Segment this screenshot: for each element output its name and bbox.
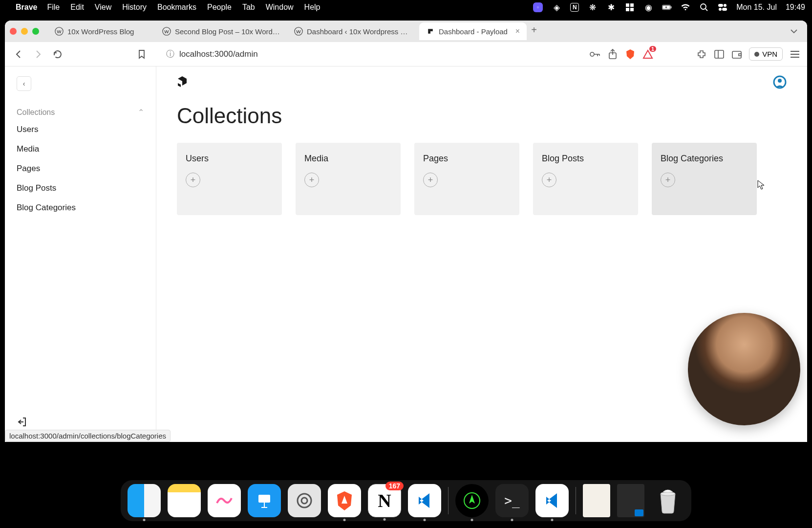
main-header — [177, 75, 787, 89]
dock-notion[interactable]: N167 — [368, 484, 401, 517]
dock-notes[interactable] — [168, 484, 201, 517]
site-info-icon[interactable]: ⓘ — [166, 48, 174, 60]
menu-view[interactable]: View — [95, 3, 111, 12]
card-add-button[interactable]: + — [661, 173, 675, 187]
dock-finder[interactable] — [128, 484, 161, 517]
brave-shield-icon[interactable] — [625, 49, 636, 60]
tab-strip: W 10x WordPress Blog W Second Blog Post … — [5, 21, 807, 42]
card-pages[interactable]: Pages + — [414, 143, 519, 215]
sidebar-item-media[interactable]: Media — [5, 139, 156, 159]
logout-icon[interactable] — [17, 417, 144, 427]
window-minimize-button[interactable] — [21, 28, 28, 35]
menubar-date[interactable]: Mon 15. Jul — [736, 3, 777, 12]
forward-button[interactable] — [31, 47, 45, 61]
menu-edit[interactable]: Edit — [70, 3, 84, 12]
card-add-button[interactable]: + — [186, 173, 200, 187]
card-users[interactable]: Users + — [177, 143, 282, 215]
dock-vscode-1[interactable] — [408, 484, 441, 517]
svg-text:W: W — [57, 29, 62, 34]
dock-separator — [576, 487, 576, 514]
tab-close-icon[interactable]: × — [515, 27, 520, 36]
sidebar-item-users[interactable]: Users — [5, 120, 156, 139]
dock-compass[interactable] — [455, 484, 489, 517]
menu-file[interactable]: File — [47, 3, 60, 12]
reload-button[interactable] — [51, 47, 64, 61]
dock-trash[interactable] — [651, 484, 684, 517]
svg-rect-3 — [630, 3, 634, 7]
battery-icon[interactable] — [662, 2, 672, 12]
payload-favicon-icon — [426, 27, 435, 36]
dock-freeform[interactable] — [208, 484, 241, 517]
window-close-button[interactable] — [10, 28, 17, 35]
gear-status-icon[interactable]: ✱ — [606, 2, 616, 12]
payload-logo-icon[interactable] — [177, 76, 190, 88]
card-label: Users — [186, 154, 273, 164]
card-media[interactable]: Media + — [296, 143, 401, 215]
svg-rect-2 — [626, 3, 629, 7]
extensions-icon[interactable] — [696, 49, 707, 60]
tab-1[interactable]: W 10x WordPress Blog — [48, 22, 155, 40]
sidebar-item-blog-categories[interactable]: Blog Categories — [5, 198, 156, 218]
menu-history[interactable]: History — [122, 3, 147, 12]
svg-point-9 — [701, 4, 706, 9]
svg-point-40 — [298, 494, 311, 507]
user-status-icon[interactable]: ◉ — [643, 2, 653, 12]
brave-rewards-icon[interactable]: 1 — [642, 49, 653, 60]
sidebar-toggle-icon[interactable] — [714, 49, 725, 60]
card-add-button[interactable]: + — [423, 173, 438, 187]
address-bar[interactable]: ⓘ localhost:3000/admin — [159, 45, 579, 63]
user-account-button[interactable] — [773, 75, 787, 89]
menu-people[interactable]: People — [207, 3, 232, 12]
card-blog-categories[interactable]: Blog Categories + — [652, 143, 757, 215]
tab-overflow-button[interactable] — [786, 29, 802, 33]
wordpress-favicon-icon: W — [162, 27, 171, 36]
share-icon[interactable] — [607, 49, 618, 60]
dock-doc-2[interactable] — [617, 484, 644, 517]
dock-doc-1[interactable] — [583, 484, 610, 517]
new-tab-button[interactable]: + — [527, 22, 541, 37]
wifi-icon[interactable] — [681, 2, 690, 12]
traffic-lights — [10, 28, 39, 35]
vpn-label: VPN — [762, 50, 777, 58]
card-add-button[interactable]: + — [542, 173, 556, 187]
dock-vscode-2[interactable] — [535, 484, 569, 517]
sidebar-item-blog-posts[interactable]: Blog Posts — [5, 178, 156, 198]
dock-settings[interactable] — [288, 484, 321, 517]
password-icon[interactable] — [590, 49, 600, 60]
window-maximize-button[interactable] — [32, 28, 39, 35]
card-add-button[interactable]: + — [304, 173, 319, 187]
status-bar-url: localhost:3000/admin/collections/blogCat… — [5, 430, 171, 442]
tab-3[interactable]: W Dashboard ‹ 10x Wordpress Blog ... — [287, 22, 419, 40]
vpn-button[interactable]: VPN — [749, 47, 783, 61]
tab-4-active[interactable]: Dashboard - Payload × — [419, 22, 527, 40]
diamond-icon[interactable]: ◈ — [552, 2, 561, 12]
menu-bookmarks[interactable]: Bookmarks — [157, 3, 196, 12]
search-icon[interactable] — [699, 2, 709, 12]
menubar-time[interactable]: 19:49 — [786, 3, 805, 12]
dock-terminal[interactable]: >_ — [495, 484, 529, 517]
collection-cards: Users + Media + Pages + Blog Posts + Blo… — [177, 143, 787, 215]
menu-window[interactable]: Window — [266, 3, 294, 12]
sidebar-collapse-button[interactable]: ‹ — [17, 76, 31, 91]
bookmark-button[interactable] — [135, 47, 149, 61]
wallet-icon[interactable] — [731, 49, 742, 60]
card-blog-posts[interactable]: Blog Posts + — [533, 143, 638, 215]
hamburger-menu-icon[interactable] — [790, 49, 800, 60]
tab-title: Second Blog Post – 10x WordPres... — [175, 27, 280, 36]
sidebar-item-pages[interactable]: Pages — [5, 159, 156, 178]
nbc-icon[interactable]: ❋ — [588, 2, 598, 12]
menu-tab[interactable]: Tab — [242, 3, 255, 12]
dock-separator — [448, 487, 449, 514]
grid-icon[interactable] — [625, 2, 635, 12]
control-center-icon[interactable] — [718, 2, 727, 12]
back-button[interactable] — [12, 47, 25, 61]
app-name[interactable]: Brave — [16, 3, 37, 12]
screenshare-icon[interactable] — [533, 2, 543, 12]
sidebar-group-collections[interactable]: Collections ⌃ — [5, 105, 156, 120]
notion-status-icon[interactable]: N — [570, 3, 579, 12]
dock-keynote[interactable] — [248, 484, 281, 517]
tab-2[interactable]: W Second Blog Post – 10x WordPres... — [155, 22, 287, 40]
dock-brave[interactable] — [328, 484, 361, 517]
browser-toolbar: ⓘ localhost:3000/admin 1 VPN — [5, 42, 807, 66]
menu-help[interactable]: Help — [304, 3, 321, 12]
